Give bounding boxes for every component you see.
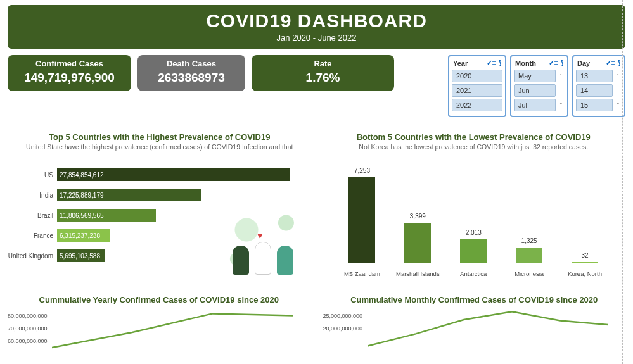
- kpi-rate-label: Rate: [252, 59, 394, 68]
- clear-filter-icon[interactable]: ⟆: [499, 59, 501, 67]
- chart-top5-subtitle: United State have the highest prevalence…: [8, 143, 312, 151]
- top5-category-label: India: [8, 192, 57, 199]
- scroll-down-icon[interactable]: ˅: [617, 103, 620, 109]
- top5-bar-row: India17,225,889,179: [8, 189, 312, 201]
- trend-line: [368, 311, 608, 346]
- chart-bottom5: Bottom 5 Countries with the Lowest Preva…: [322, 132, 626, 277]
- slicer-month-option[interactable]: May: [514, 70, 556, 82]
- slicer-day-label: Day: [577, 60, 590, 67]
- bottom5-value-label: 3,399: [404, 213, 431, 220]
- multiselect-icon[interactable]: ✓≡: [606, 59, 615, 67]
- chart-cumulative-monthly: Cummulative Monthly Confirmed Cases of C…: [323, 295, 626, 360]
- bottom5-value-label: 32: [572, 252, 598, 259]
- bottom5-value-label: 1,325: [516, 237, 542, 244]
- slicer-month[interactable]: Month ✓≡ ⟆ May ˄ Jun Jul ˅: [510, 55, 568, 117]
- slicer-group: Year ✓≡ ⟆ 2020 2021 2022 Month ✓≡ ⟆ M: [448, 55, 625, 117]
- chart-cumulative-yearly-title: Cummulative Yearly Confirmed Cases of CO…: [8, 295, 310, 304]
- top5-bar: 6,315,237,238: [57, 229, 110, 242]
- bottom5-category-label: MS Zaandam: [340, 270, 384, 277]
- chart-cumulative-yearly: Cummulative Yearly Confirmed Cases of CO…: [8, 295, 310, 360]
- kpi-deaths: Death Cases 2633868973: [137, 55, 245, 91]
- chart-cumulative-monthly-title: Cummulative Monthly Confirmed Cases of C…: [323, 295, 626, 304]
- slicer-year-option[interactable]: 2021: [452, 84, 502, 97]
- kpi-confirmed-label: Confirmed Cases: [8, 59, 131, 68]
- medical-team-illustration: [222, 209, 304, 279]
- kpi-deaths-label: Death Cases: [137, 59, 245, 68]
- dashboard-title: COVID19 DASHBOARD: [8, 10, 625, 32]
- line-chart: [52, 310, 293, 360]
- slicer-day[interactable]: Day ✓≡ ⟆ 13 ˄ 14 15 ˅: [572, 55, 625, 117]
- slicer-month-label: Month: [515, 60, 536, 67]
- bottom5-bar: 32: [572, 262, 598, 263]
- bottom5-bar: 7,253: [348, 177, 375, 263]
- slicer-month-option[interactable]: Jun: [514, 84, 556, 97]
- top5-category-label: Brazil: [8, 212, 57, 219]
- person-icon: [255, 242, 271, 275]
- chart-top5-title: Top 5 Countries with the Highest Prevale…: [8, 132, 312, 142]
- bottom5-category-label: Antarctica: [451, 270, 496, 277]
- slicer-year[interactable]: Year ✓≡ ⟆ 2020 2021 2022: [448, 55, 506, 117]
- bottom5-bar: 3,399: [404, 223, 431, 263]
- bottom5-category-label: Korea, North: [563, 270, 607, 277]
- top5-bar: 17,225,889,179: [57, 189, 201, 201]
- dashboard-subtitle: Jan 2020 - June 2022: [8, 33, 625, 42]
- kpi-confirmed: Confirmed Cases 149,719,976,900: [8, 55, 131, 91]
- top5-bar-row: US27,854,854,612: [8, 168, 312, 181]
- top5-category-label: France: [8, 232, 57, 239]
- person-icon: [233, 246, 249, 275]
- chart-bottom5-title: Bottom 5 Countries with the Lowest Preva…: [322, 132, 626, 142]
- top5-bar: 11,806,569,565: [57, 209, 156, 222]
- bottom5-category-label: Marshall Islands: [395, 270, 440, 277]
- person-icon: [277, 246, 293, 275]
- bottom5-category-label: Micronesia: [507, 270, 551, 277]
- top5-category-label: United Kingdom: [8, 253, 57, 260]
- y-axis-tick-label: 20,000,000,000: [323, 325, 363, 332]
- multiselect-icon[interactable]: ✓≡: [487, 59, 496, 67]
- slicer-day-option[interactable]: 13: [576, 70, 613, 82]
- dashboard-header: COVID19 DASHBOARD Jan 2020 - June 2022: [8, 5, 625, 49]
- scroll-up-icon[interactable]: ˄: [617, 74, 620, 80]
- top5-bar: 27,854,854,612: [57, 168, 290, 181]
- multiselect-icon[interactable]: ✓≡: [549, 59, 558, 67]
- y-axis-tick-label: 60,000,000,000: [8, 338, 48, 344]
- y-axis-tick-label: 80,000,000,000: [8, 313, 48, 319]
- bottom5-bar: 1,325: [516, 248, 542, 263]
- slicer-year-option[interactable]: 2020: [452, 70, 502, 82]
- y-axis-tick-label: 25,000,000,000: [323, 313, 363, 319]
- kpi-deaths-value: 2633868973: [137, 71, 245, 85]
- scroll-down-icon[interactable]: ˅: [559, 103, 563, 109]
- scroll-up-icon[interactable]: ˄: [559, 74, 563, 80]
- y-axis-tick-label: 70,000,000,000: [8, 325, 48, 332]
- bottom5-value-label: 7,253: [348, 167, 375, 174]
- chart-bottom5-subtitle: Not Korea has the lowest prevalence of C…: [322, 143, 626, 151]
- slicer-day-option[interactable]: 14: [576, 84, 613, 97]
- trend-line: [52, 313, 293, 348]
- bottom5-bar: 2,013: [460, 239, 487, 263]
- kpi-rate: Rate 1.76%: [252, 55, 394, 91]
- kpi-row: Confirmed Cases 149,719,976,900 Death Ca…: [8, 55, 625, 117]
- kpi-confirmed-value: 149,719,976,900: [8, 71, 131, 85]
- kpi-rate-value: 1.76%: [252, 71, 394, 85]
- top5-bar: 5,695,103,588: [57, 249, 105, 262]
- slicer-year-option[interactable]: 2022: [452, 99, 502, 111]
- line-chart: [368, 310, 608, 360]
- slicer-month-option[interactable]: Jul: [514, 99, 556, 111]
- clear-filter-icon[interactable]: ⟆: [561, 59, 563, 67]
- bottom5-value-label: 2,013: [460, 229, 487, 236]
- clear-filter-icon[interactable]: ⟆: [618, 59, 620, 67]
- slicer-day-option[interactable]: 15: [576, 99, 613, 111]
- slicer-year-label: Year: [453, 60, 468, 67]
- top5-category-label: US: [8, 172, 57, 179]
